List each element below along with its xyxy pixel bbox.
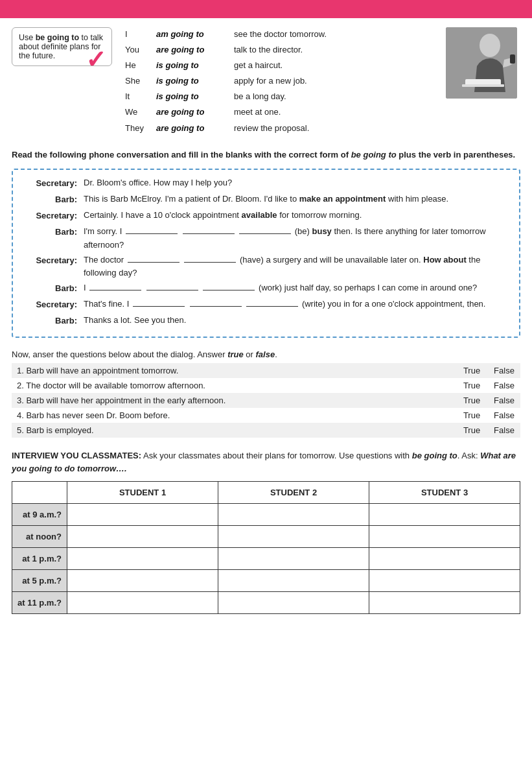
- interview-col-header: STUDENT 3: [369, 482, 520, 504]
- tf-row: 1. Barb will have an appointment tomorro…: [12, 363, 520, 378]
- tf-false: False: [488, 423, 520, 438]
- subject: It: [125, 89, 156, 104]
- verb-phrase: is going to: [156, 74, 234, 88]
- dialog-row: Barb: I'm sorry. I (be) busy then. Is th…: [22, 225, 510, 251]
- reading-instructions: Read the following phone conversation an…: [0, 141, 532, 164]
- example-row: I am going to see the doctor tomorrow.: [125, 27, 436, 41]
- svg-rect-2: [510, 54, 515, 64]
- speaker-label: Secretary:: [22, 209, 84, 223]
- speaker-label: Secretary:: [22, 254, 84, 268]
- interview-row: at 9 a.m.?: [12, 504, 520, 526]
- tf-instructions: Now, anser the questions below about the…: [12, 349, 520, 359]
- student2-cell[interactable]: [218, 504, 369, 526]
- time-label: at 11 p.m.?: [12, 592, 67, 614]
- verb-phrase: are going to: [156, 121, 234, 136]
- student2-cell[interactable]: [218, 570, 369, 592]
- dialog-row: Secretary: Dr. Bloom's office. How may I…: [22, 176, 510, 191]
- speech-text: I (work) just half day, so perhaps I can…: [84, 281, 510, 294]
- example-rest: get a haircut.: [234, 58, 283, 73]
- svg-point-1: [480, 34, 500, 57]
- subject: We: [125, 105, 156, 119]
- interview-row: at noon?: [12, 526, 520, 548]
- tf-row: 4. Barb has never seen Dr. Boom before. …: [12, 408, 520, 423]
- speaker-label: Barb:: [22, 281, 84, 296]
- dialog-row: Secretary: That's fine. I (write) you in…: [22, 298, 510, 312]
- page-header: [0, 0, 532, 18]
- example-rest: talk to the director.: [234, 43, 303, 57]
- student1-cell[interactable]: [67, 592, 218, 614]
- tf-question: 1. Barb will have an appointment tomorro…: [12, 363, 456, 378]
- subject: I: [125, 27, 156, 41]
- tf-true: True: [456, 423, 488, 438]
- interview-col-header: STUDENT 2: [218, 482, 369, 504]
- instructions-text: Read the following phone conversation an…: [12, 148, 520, 161]
- student3-cell[interactable]: [369, 570, 520, 592]
- subject: You: [125, 43, 156, 57]
- interview-section: INTERVIEW YOU CLASSMATES: Ask your class…: [0, 440, 532, 618]
- interview-row: at 5 p.m.?: [12, 570, 520, 592]
- speech-text: That's fine. I (write) you in for a one …: [84, 298, 510, 311]
- example-rest: be a long day.: [234, 89, 286, 104]
- speech-text: Thanks a lot. See you then.: [84, 314, 510, 327]
- example-rest: apply for a new job.: [234, 74, 307, 88]
- student3-cell[interactable]: [369, 526, 520, 548]
- speaker-label: Secretary:: [22, 176, 84, 191]
- dialog-box: Secretary: Dr. Bloom's office. How may I…: [12, 169, 520, 338]
- time-label: at 5 p.m.?: [12, 570, 67, 592]
- tip-box: Use be going to to talk about definite p…: [12, 27, 112, 66]
- speech-text: I'm sorry. I (be) busy then. Is there an…: [84, 225, 510, 251]
- verb-phrase: is going to: [156, 89, 234, 104]
- interview-header-row: STUDENT 1STUDENT 2STUDENT 3: [12, 482, 520, 504]
- student1-cell[interactable]: [67, 570, 218, 592]
- student1-cell[interactable]: [67, 526, 218, 548]
- example-row: You are going to talk to the director.: [125, 43, 436, 57]
- student2-cell[interactable]: [218, 526, 369, 548]
- tf-section: Now, anser the questions below about the…: [0, 343, 532, 440]
- example-rest: see the doctor tomorrow.: [234, 27, 327, 41]
- example-row: We are going to meet at one.: [125, 105, 436, 119]
- tf-true: True: [456, 378, 488, 393]
- dialog-row: Secretary: The doctor (have) a surgery a…: [22, 254, 510, 279]
- time-label: at 9 a.m.?: [12, 504, 67, 526]
- tf-true: True: [456, 408, 488, 423]
- student1-cell[interactable]: [67, 504, 218, 526]
- interview-col-header: STUDENT 1: [67, 482, 218, 504]
- interview-table: STUDENT 1STUDENT 2STUDENT 3 at 9 a.m.? a…: [12, 481, 520, 614]
- examples-table: I am going to see the doctor tomorrow. Y…: [119, 27, 436, 136]
- speaker-label: Secretary:: [22, 298, 84, 312]
- student3-cell[interactable]: [369, 504, 520, 526]
- example-row: She is going to apply for a new job.: [125, 74, 436, 88]
- tf-row: 3. Barb will have her appointment in the…: [12, 393, 520, 408]
- example-row: It is going to be a long day.: [125, 89, 436, 104]
- student2-cell[interactable]: [218, 548, 369, 570]
- interview-col-empty: [12, 482, 67, 504]
- subject: They: [125, 121, 156, 136]
- dialog-row: Barb: This is Barb McElroy. I'm a patien…: [22, 193, 510, 207]
- person-photo: [446, 27, 517, 99]
- tf-question: 4. Barb has never seen Dr. Boom before.: [12, 408, 456, 423]
- checkmark-icon: ✓: [86, 47, 106, 72]
- tf-row: 2. The doctor will be available tomorrow…: [12, 378, 520, 393]
- examples-section: Use be going to to talk about definite p…: [0, 18, 532, 141]
- tf-question: 2. The doctor will be available tomorrow…: [12, 378, 456, 393]
- verb-phrase: are going to: [156, 105, 234, 119]
- student3-cell[interactable]: [369, 548, 520, 570]
- speaker-label: Barb:: [22, 225, 84, 239]
- student1-cell[interactable]: [67, 548, 218, 570]
- tf-question: 3. Barb will have her appointment in the…: [12, 393, 456, 408]
- speech-text: The doctor (have) a surgery and will be …: [84, 254, 510, 279]
- tf-true: True: [456, 363, 488, 378]
- verb-phrase: are going to: [156, 43, 234, 57]
- student2-cell[interactable]: [218, 592, 369, 614]
- page: Use be going to to talk about definite p…: [0, 0, 532, 758]
- time-label: at 1 p.m.?: [12, 548, 67, 570]
- example-rest: meet at one.: [234, 105, 281, 119]
- student3-cell[interactable]: [369, 592, 520, 614]
- tf-table: 1. Barb will have an appointment tomorro…: [12, 363, 520, 438]
- tf-false: False: [488, 408, 520, 423]
- example-rest: review the proposal.: [234, 121, 309, 136]
- speaker-label: Barb:: [22, 193, 84, 207]
- subject: He: [125, 58, 156, 73]
- tf-false: False: [488, 393, 520, 408]
- speaker-label: Barb:: [22, 314, 84, 328]
